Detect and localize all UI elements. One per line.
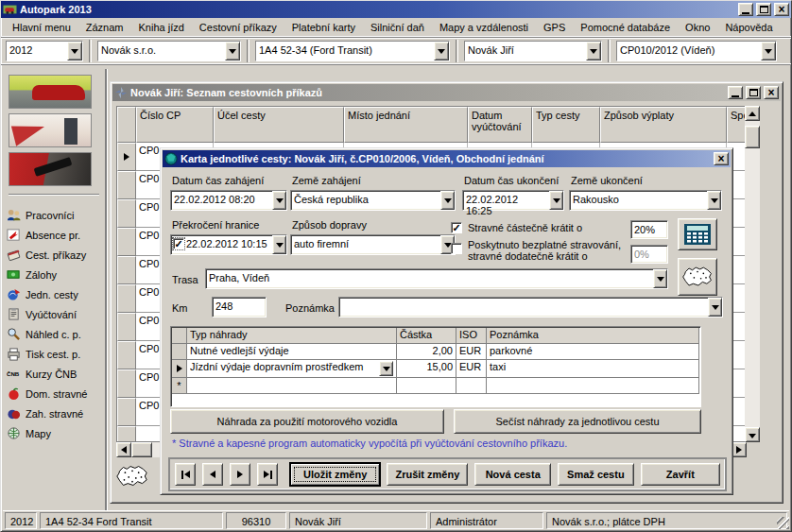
menu-item-2[interactable]: Záznam (78, 20, 131, 35)
chevron-down-icon[interactable] (761, 42, 776, 60)
menu-item-3[interactable]: Kniha jízd (131, 20, 192, 35)
grid-new-row[interactable]: * (172, 378, 699, 394)
scroll-right-icon[interactable] (732, 442, 747, 457)
grid-cell-note[interactable]: taxi (487, 360, 699, 378)
save-button[interactable]: Uložit změny (290, 463, 380, 486)
column-header-6[interactable]: Způsob výplaty (600, 107, 727, 143)
cancel-button[interactable]: Zrušit změny (387, 463, 468, 486)
menu-item-11[interactable]: Nápověda (717, 20, 780, 35)
sidebar-item-vy-tov-n-[interactable]: Vyúčtování (7, 304, 101, 324)
border-cross-checkbox[interactable]: ✓ (173, 238, 184, 249)
vertical-scrollbar[interactable] (745, 106, 760, 442)
sidebar-item-absence-pr-[interactable]: Absence pr. (7, 225, 101, 245)
new-trip-button[interactable]: Nová cesta (474, 463, 551, 486)
route-map-button[interactable] (678, 258, 717, 296)
km-field[interactable]: 248 (212, 297, 267, 317)
menu-item-6[interactable]: Silniční daň (363, 20, 432, 35)
transport-combo[interactable]: auto firemní (290, 234, 456, 255)
nav-first-icon[interactable] (175, 463, 196, 486)
start-country-combo[interactable]: Česká republika (290, 190, 456, 211)
printer-icon (7, 347, 21, 361)
menu-item-9[interactable]: Pomocné databáze (573, 20, 678, 35)
free-meal-percent-field[interactable]: 0% (630, 245, 668, 264)
route-combo[interactable]: Praha, Vídeň (205, 268, 668, 289)
toolbar-combo-vehicle[interactable]: 1A4 52-34 (Ford Transit) (255, 41, 450, 61)
grid-cell-amount[interactable]: 2,00 (397, 344, 456, 360)
sidebar-item-tisk-cest-p-[interactable]: Tisk cest. p. (7, 344, 101, 364)
combo-value-company: Novák s.r.o. (98, 42, 225, 60)
close-icon[interactable]: × (774, 3, 789, 16)
nav-prev-icon[interactable] (202, 463, 223, 486)
sidebar-item-dom-stravn-[interactable]: Dom. stravné (7, 384, 101, 403)
grid-cell-iso[interactable]: EUR (456, 360, 487, 378)
end-datetime-combo[interactable]: 22.02.2012 16:25 (462, 190, 564, 211)
minimize-icon[interactable] (738, 3, 753, 16)
menu-item-4[interactable]: Cestovní příkazy (192, 20, 284, 35)
list-maximize-icon[interactable] (746, 86, 761, 99)
meal-cut-checkbox[interactable]: ✓ (451, 222, 462, 233)
hscroll-thumb[interactable] (131, 442, 152, 457)
grid-cell-note[interactable]: parkovné (487, 344, 699, 360)
toolbar-combo-employee[interactable]: Novák Jiří (464, 41, 602, 61)
sidebar-item-z-lohy[interactable]: Zálohy (7, 265, 101, 284)
toolbar-combo-year[interactable]: 2012 (6, 41, 83, 61)
sidebar-item-cest-p-kazy[interactable]: Cest. příkazy (7, 245, 101, 265)
nav-next-icon[interactable] (230, 463, 250, 486)
close-button[interactable]: Zavřít (641, 463, 720, 486)
grid-new-row-marker: * (172, 378, 187, 394)
grid-cell-type[interactable]: Nutné vedlejší výdaje (187, 344, 397, 360)
scroll-thumb[interactable] (745, 126, 760, 148)
start-datetime-combo[interactable]: 22.02.2012 08:20 (170, 190, 287, 211)
column-header-7[interactable]: Spoluc (727, 107, 746, 143)
dialog-close-icon[interactable]: × (714, 152, 729, 165)
grid-row[interactable]: Jízdní výdaje dopravním prostředkem15,00… (172, 360, 699, 378)
chevron-down-icon[interactable] (434, 42, 449, 60)
column-header-3[interactable]: Místo jednání (344, 107, 468, 143)
vehicle-compensation-button[interactable]: Náhrada za použití motorového vozidla (170, 409, 444, 434)
sidebar-item-zah-stravn-[interactable]: Zah. stravné (7, 403, 101, 423)
free-meal-checkbox[interactable]: ✓ (451, 243, 462, 254)
grid-cell-iso[interactable]: EUR (456, 344, 487, 360)
maximize-icon[interactable] (756, 3, 771, 16)
sidebar-item-kurzy-nb[interactable]: ČNBKurzy ČNB (7, 364, 101, 384)
cnb-icon: ČNB (7, 367, 21, 381)
sidebar-item-n-hled-c-p-[interactable]: Náhled c. p. (7, 324, 101, 344)
sidebar-item-pracovn-ci[interactable]: Pracovníci (7, 205, 101, 225)
calculator-button[interactable] (678, 218, 717, 250)
list-close-icon[interactable]: × (764, 86, 779, 99)
end-country-combo[interactable]: Rakousko (569, 190, 722, 211)
status-panel-4: Novák Jiří (289, 512, 427, 529)
resize-grip[interactable] (777, 517, 789, 529)
scroll-left-icon[interactable] (116, 442, 131, 457)
grid-cell-type[interactable]: Jízdní výdaje dopravním prostředkem (187, 360, 397, 378)
column-header-2[interactable]: Účel cesty (214, 107, 344, 143)
meal-cut-percent-field[interactable]: 20% (630, 220, 668, 239)
chevron-down-icon[interactable] (379, 361, 393, 376)
toolbar-combo-trip-order[interactable]: CP010/2012 (Vídeň) (616, 41, 777, 61)
border-cross-combo[interactable]: ✓ 22.02.2012 10:15 (170, 234, 287, 255)
menu-item-10[interactable]: Okno (678, 20, 717, 35)
chevron-down-icon[interactable] (67, 42, 82, 60)
compensation-grid[interactable]: Typ náhradyČástkaISOPoznámkaNutné vedlej… (170, 326, 701, 407)
sidebar-item-mapy[interactable]: Mapy (7, 423, 101, 443)
list-minimize-icon[interactable] (728, 86, 743, 99)
scroll-down-icon[interactable] (745, 427, 760, 442)
menu-item-7[interactable]: Mapy a vzdálenosti (432, 20, 536, 35)
menu-item-8[interactable]: GPS (536, 20, 573, 35)
menu-item-1[interactable]: Hlavní menu (5, 20, 78, 35)
delete-trip-button[interactable]: Smaž cestu (558, 463, 634, 486)
sidebar-item-jedn-cesty[interactable]: Jedn. cesty (7, 284, 101, 304)
grid-cell-amount[interactable]: 15,00 (397, 360, 456, 378)
chevron-down-icon[interactable] (586, 42, 601, 60)
nav-last-icon[interactable] (257, 463, 278, 486)
grid-row[interactable]: Nutné vedlejší výdaje2,00EURparkovné (172, 344, 699, 360)
toolbar-combo-company[interactable]: Novák s.r.o. (97, 41, 241, 61)
sum-compensation-button[interactable]: Sečíst náhrady za jednotlivou cestu (454, 409, 701, 434)
note-combo[interactable] (338, 297, 723, 317)
column-header-5[interactable]: Typ cesty (532, 107, 600, 143)
column-header-1[interactable]: Číslo CP (136, 107, 214, 143)
scroll-up-icon[interactable] (745, 106, 760, 121)
chevron-down-icon[interactable] (225, 42, 240, 60)
menu-item-5[interactable]: Platební karty (284, 20, 363, 35)
column-header-4[interactable]: Datum vyúčtování (468, 107, 532, 143)
